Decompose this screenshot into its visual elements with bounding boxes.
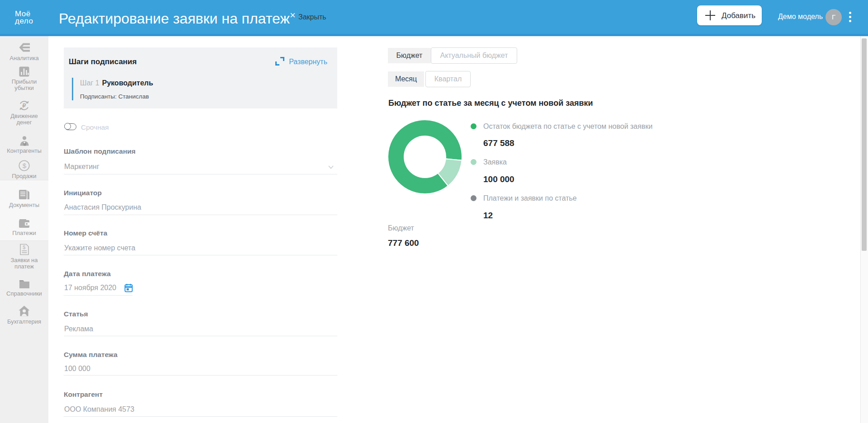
svg-text:₽: ₽ <box>22 102 26 109</box>
svg-text:$: $ <box>23 244 25 250</box>
svg-text:$: $ <box>23 162 27 169</box>
